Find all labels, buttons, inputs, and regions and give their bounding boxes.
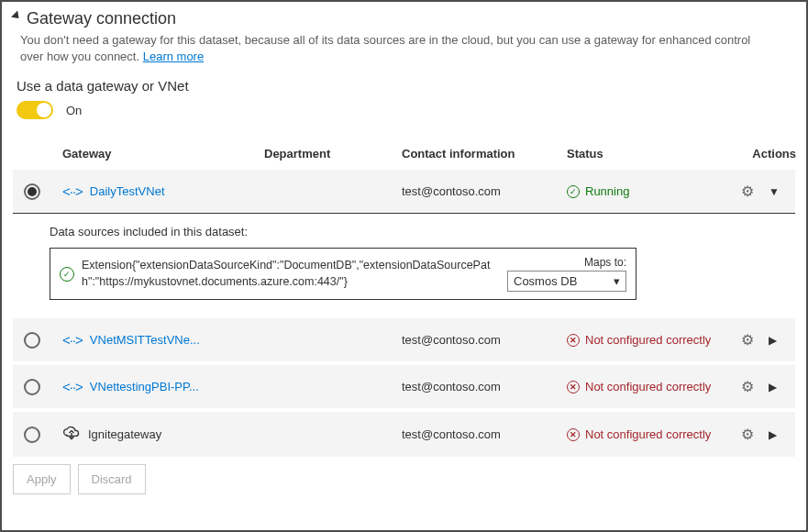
gateway-row[interactable]: <··> VNetMSITTestVNe... test@contoso.com… — [13, 318, 795, 361]
datasource-box: ✓ Extension{"extensionDataSourceKind":"D… — [50, 248, 636, 300]
learn-more-link[interactable]: Learn more — [143, 50, 204, 63]
radio-select[interactable] — [24, 427, 40, 443]
radio-select[interactable] — [24, 332, 40, 349]
gateway-contact: test@contoso.com — [402, 380, 567, 393]
gateway-row[interactable]: Ignitegateway test@contoso.com ✕ Not con… — [13, 412, 795, 457]
gateway-name[interactable]: VNetMSITTestVNe... — [90, 333, 200, 347]
x-circle-icon: ✕ — [567, 428, 580, 441]
vnet-icon: <··> — [62, 379, 83, 394]
maps-to-select[interactable]: Cosmos DB ▾ — [507, 271, 626, 292]
maps-to-label: Maps to: — [584, 256, 626, 269]
gateway-toggle-label: On — [66, 104, 82, 117]
cloud-gateway-icon — [62, 425, 81, 444]
gateway-name[interactable]: Ignitegateway — [88, 427, 161, 441]
gear-icon[interactable]: ⚙ — [741, 331, 769, 349]
x-circle-icon: ✕ — [567, 334, 580, 347]
gateway-row[interactable]: <··> VNettestingPBI-PP... test@contoso.c… — [13, 365, 795, 408]
collapse-caret-icon[interactable] — [11, 11, 25, 25]
gateway-contact: test@contoso.com — [402, 427, 567, 441]
vnet-icon: <··> — [62, 332, 83, 348]
datasource-label: Data sources included in this dataset: — [50, 225, 784, 238]
gateway-name[interactable]: DailyTestVNet — [90, 184, 165, 198]
gateway-subhead: Use a data gateway or VNet — [17, 78, 795, 94]
chevron-down-icon[interactable]: ▼ — [769, 185, 796, 198]
col-contact: Contact information — [402, 147, 567, 161]
gateway-status: ✕ Not configured correctly — [567, 380, 741, 393]
radio-select[interactable] — [24, 379, 40, 395]
gear-icon[interactable]: ⚙ — [741, 378, 769, 395]
section-header[interactable]: Gateway connection — [13, 9, 795, 28]
chevron-right-icon[interactable]: ▶ — [769, 334, 796, 347]
gateway-name[interactable]: VNettestingPBI-PP... — [90, 380, 199, 393]
section-title: Gateway connection — [27, 9, 176, 28]
datasource-text: Extension{"extensionDataSourceKind":"Doc… — [82, 258, 491, 290]
chevron-right-icon[interactable]: ▶ — [769, 381, 796, 393]
status-text: Not configured correctly — [585, 380, 711, 393]
chevron-down-icon: ▾ — [614, 274, 620, 288]
section-description: You don't need a gateway for this datase… — [20, 32, 772, 65]
gateway-status: ✓ Running — [567, 184, 741, 198]
column-headers: Gateway Department Contact information S… — [13, 138, 795, 170]
gateway-contact: test@contoso.com — [402, 184, 567, 198]
col-department: Department — [264, 147, 402, 161]
datasource-panel: Data sources included in this dataset: ✓… — [13, 213, 795, 315]
x-circle-icon: ✕ — [567, 381, 580, 393]
maps-to-value: Cosmos DB — [514, 274, 577, 288]
gateway-status: ✕ Not configured correctly — [567, 333, 741, 347]
discard-button[interactable]: Discard — [78, 464, 146, 494]
col-actions: Actions — [741, 147, 796, 161]
status-text: Not configured correctly — [585, 333, 711, 347]
gateway-status: ✕ Not configured correctly — [567, 427, 741, 441]
status-text: Not configured correctly — [585, 427, 711, 441]
gear-icon[interactable]: ⚙ — [741, 183, 769, 200]
check-circle-icon: ✓ — [567, 185, 580, 198]
gateway-contact: test@contoso.com — [402, 333, 567, 347]
apply-button[interactable]: Apply — [13, 464, 71, 494]
chevron-right-icon[interactable]: ▶ — [769, 428, 796, 441]
check-circle-icon: ✓ — [60, 267, 74, 282]
col-status: Status — [567, 147, 741, 161]
vnet-icon: <··> — [62, 183, 83, 199]
gateway-toggle[interactable] — [17, 101, 53, 119]
status-text: Running — [585, 184, 629, 198]
gear-icon[interactable]: ⚙ — [741, 426, 769, 443]
radio-select[interactable] — [24, 183, 40, 200]
description-text: You don't need a gateway for this datase… — [20, 33, 750, 63]
col-gateway: Gateway — [62, 147, 264, 161]
gateway-row[interactable]: <··> DailyTestVNet test@contoso.com ✓ Ru… — [13, 170, 795, 213]
